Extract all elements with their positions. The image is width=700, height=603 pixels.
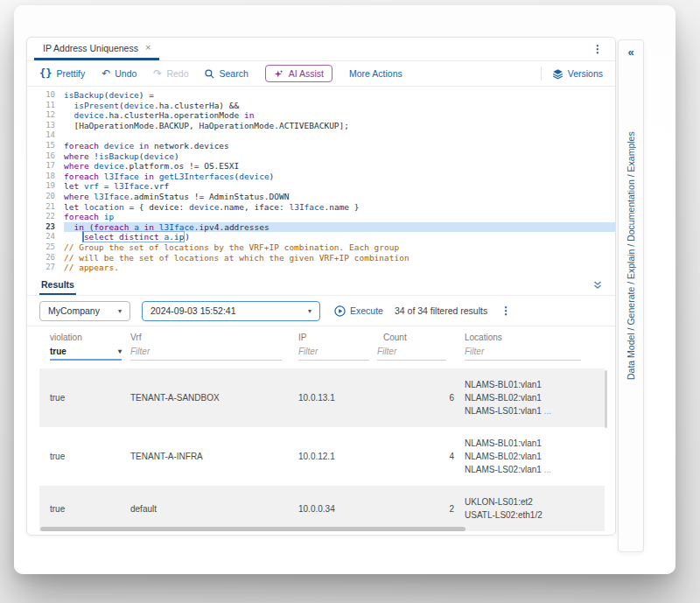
code-editor[interactable]: 10isBackup(device) =11 isPresent(device.… [27,87,615,276]
ip-cell: 10.0.0.34 [298,504,377,514]
violation-cell: true [50,452,130,461]
code-token: l3Iface [159,222,194,232]
locations-more-link[interactable]: ... [544,406,551,416]
column-header-locations[interactable]: Locations [465,333,594,342]
table-row[interactable]: trueTENANT-A-SANDBOX10.0.13.16NLAMS-BL01… [39,368,605,427]
column-header-ip[interactable]: IP [298,333,377,342]
vrf-filter-input[interactable] [130,347,282,361]
locations-cell: UKLON-LS01:et2USATL-LS02:eth1/2 [465,495,596,522]
code-line-text[interactable]: // Group the set of locations by the VRF… [64,242,615,253]
redo-button: ↷ Redo [153,68,188,79]
code-line[interactable]: 19let vrf = l3Iface.vrf [27,181,615,192]
ip-filter-input[interactable] [298,347,369,361]
code-line-text[interactable]: let vrf = l3Iface.vrf [64,181,615,192]
tabbar-kebab-icon[interactable]: ⋮ [592,43,603,55]
code-line-text[interactable]: where device.platform.os != OS.ESXI [64,161,615,172]
code-line-text[interactable] [64,130,615,141]
code-line-text[interactable]: isBackup(device) = [64,90,615,101]
ai-assist-button[interactable]: AI Assist [265,65,332,82]
tab-close-icon[interactable]: × [145,43,150,53]
code-line-text[interactable]: let location = { device: device.name, if… [64,202,615,213]
results-collapse-button[interactable] [592,280,603,291]
code-line-text[interactable]: foreach l3Iface in getL3Interfaces(devic… [64,172,615,182]
code-line[interactable]: 25// Group the set of locations by the V… [27,242,615,253]
line-number: 11 [27,101,64,111]
code-line[interactable]: 15foreach device in network.devices [27,141,615,151]
code-line[interactable]: 10isBackup(device) = [27,90,615,101]
code-line-text[interactable]: [HaOperationMode.BACKUP, HaOperationMode… [64,121,615,131]
column-header-violation[interactable]: violation [50,333,130,342]
code-line-text[interactable]: isPresent(device.ha.clusterHa) && [64,101,615,111]
locations-more-link[interactable]: ... [544,465,551,474]
location-line: NLAMS-LS02:vlan1 ... [465,463,596,476]
code-line[interactable]: 14 [27,130,615,141]
results-tab[interactable]: Results [39,276,76,295]
code-token: vrf [84,181,99,191]
column-header-count[interactable]: Count [377,333,454,342]
search-button[interactable]: Search [205,68,248,79]
table-row[interactable]: truedefault10.0.0.342UKLON-LS01:et2USATL… [39,486,605,531]
code-line-text[interactable]: // appears. [64,263,615,273]
code-line-text[interactable]: where !isBackup(device) [64,151,615,162]
code-line[interactable]: 12 device.ha.clusterHa.operationMode in [27,110,615,121]
execute-button[interactable]: Execute [334,305,383,317]
code-line[interactable]: 17where device.platform.os != OS.ESXI [27,161,615,172]
more-actions-button[interactable]: More Actions [349,68,402,79]
tab-ip-address-uniqueness[interactable]: IP Address Uniqueness × [34,38,159,60]
code-line[interactable]: 27// appears. [27,263,615,273]
versions-label: Versions [568,68,603,79]
code-token: in [144,222,154,232]
collapse-panel-icon[interactable]: « [619,46,643,59]
versions-button[interactable]: Versions [552,68,603,80]
code-line[interactable]: 24 select distinct a.ip) [27,232,615,242]
count-filter-input[interactable] [377,347,446,361]
code-token: in [144,172,154,181]
code-line[interactable]: 22foreach ip [27,212,615,222]
location-line: NLAMS-LS01:vlan1 ... [465,404,596,417]
code-line[interactable]: 13 [HaOperationMode.BACKUP, HaOperationM… [27,121,615,131]
code-line[interactable]: 20where l3Iface.adminStatus != AdminStat… [27,192,615,202]
column-header-vrf[interactable]: Vrf [130,333,298,342]
code-line-text[interactable]: foreach device in network.devices [64,141,615,151]
code-token: .ip [169,232,184,242]
code-token [64,110,74,120]
code-token: where [64,151,89,161]
code-token: l3Iface [114,181,149,191]
editor-toolbar: {} Prettify ↶ Undo ↷ Redo Search AI Assi… [27,61,615,87]
snapshot-select[interactable]: 2024-09-03 15:52:41 ▾ [142,301,320,321]
violation-filter-select[interactable]: true ▾ [50,347,122,361]
code-line-text[interactable]: foreach ip [64,212,615,222]
code-token: foreach [94,222,129,232]
table-row[interactable]: trueTENANT-A-INFRA10.0.12.14NLAMS-BL01:v… [39,427,605,486]
undo-button[interactable]: ↶ Undo [102,68,136,79]
code-line[interactable]: 16where !isBackup(device) [27,151,615,162]
line-number: 17 [27,161,64,172]
code-line-text[interactable]: where l3Iface.adminStatus != AdminStatus… [64,192,615,202]
locations-filter-input[interactable] [465,347,581,361]
code-token: ! [89,151,99,161]
code-token: let [64,181,79,191]
code-token: in [244,110,254,120]
toolbar-divider [541,67,542,81]
code-line[interactable]: 11 isPresent(device.ha.clusterHa) && [27,101,615,111]
code-token: .ha.clusterHa [154,101,219,110]
code-line[interactable]: 18foreach l3Iface in getL3Interfaces(dev… [27,172,615,182]
line-number: 24 [27,232,64,242]
vertical-scrollbar[interactable] [605,370,607,428]
code-line[interactable]: 26// will be the set of locations at whi… [27,253,615,263]
line-number: 20 [27,192,64,202]
code-line-text[interactable]: device.ha.clusterHa.operationMode in [64,110,615,121]
code-line[interactable]: 21let location = { device: device.name, … [27,202,615,213]
code-line-text[interactable]: select distinct a.ip) [64,232,615,242]
prettify-button[interactable]: {} Prettify [39,68,85,79]
horizontal-scrollbar[interactable] [40,527,466,531]
caret-down-icon: ▾ [118,307,122,315]
code-token: [HaOperationMode.BACKUP, HaOperationMode… [64,121,349,130]
code-token: where [64,161,89,171]
assist-panel-tabs-label[interactable]: Data Model / Generate / Explain / Docume… [619,63,643,380]
assist-side-strip[interactable]: « Data Model / Generate / Explain / Docu… [618,39,644,552]
code-line-text[interactable]: // will be the set of locations at which… [64,253,615,263]
count-cell: 4 [377,452,454,461]
results-kebab-icon[interactable]: ⋮ [500,305,511,317]
network-select[interactable]: MyCompany ▾ [39,301,130,321]
